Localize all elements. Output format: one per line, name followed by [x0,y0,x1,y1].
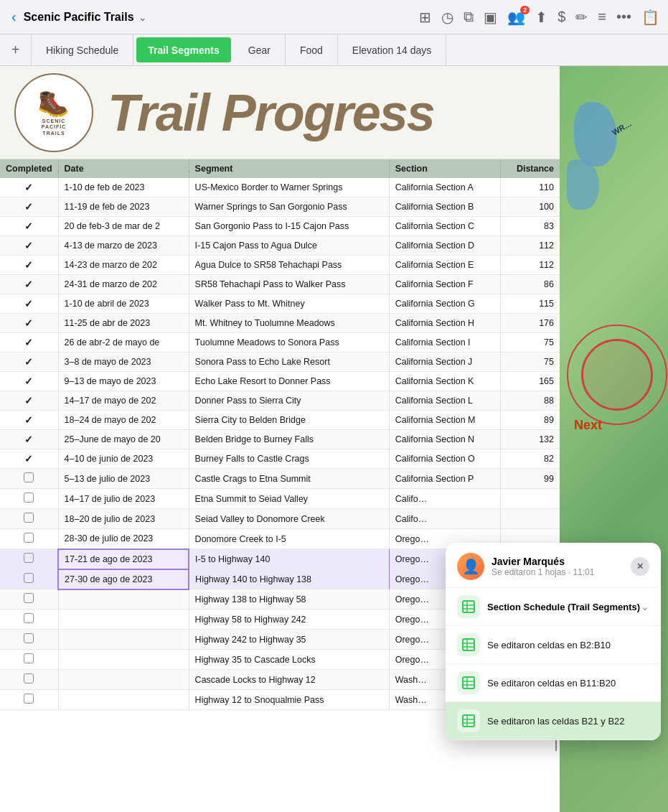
tab-hiking-schedule[interactable]: Hiking Schedule [32,34,133,65]
segment-cell: I-5 to Highway 140 [189,549,389,569]
completed-cell[interactable]: ✓ [0,236,58,256]
completed-cell[interactable]: ✓ [0,391,58,411]
table-row[interactable]: ✓18–24 de mayo de 202Sierra City to Beld… [0,411,560,430]
close-popup-button[interactable]: ✕ [631,557,649,576]
empty-checkbox[interactable] [24,573,34,583]
date-cell: 18–24 de mayo de 202 [58,411,189,430]
completed-cell[interactable] [0,529,58,549]
completed-cell[interactable] [0,489,58,509]
completed-cell[interactable] [0,630,58,650]
table-row[interactable]: ✓9–13 de mayo de 2023Echo Lake Resort to… [0,372,560,391]
edit-text-1: Se editaron celdas en B2:B10 [487,640,611,650]
photo-icon[interactable]: ▣ [484,9,497,26]
toolbar: ‹ Scenic Pacific Trails ⌄ ⊞ ◷ ⧉ ▣ 👥 ⬆ $ … [0,0,668,34]
table-row[interactable]: 18–20 de julio de 2023Seiad Valley to Do… [0,509,560,529]
tab-gear[interactable]: Gear [234,34,286,65]
comment-header: 👤 Javier Marqués Se editaron 1 hojas · 1… [446,543,661,588]
completed-cell[interactable]: ✓ [0,294,58,314]
table-row[interactable]: ✓14-23 de marzo de 202Agua Dulce to SR58… [0,256,560,275]
empty-checkbox[interactable] [24,493,34,503]
table-row[interactable]: ✓4–10 de junio de 2023Burney Falls to Ca… [0,449,560,469]
table-row[interactable]: ✓11-19 de feb de 2023Warner Springs to S… [0,197,560,217]
table-row[interactable]: ✓20 de feb-3 de mar de 2San Gorgonio Pas… [0,217,560,236]
empty-checkbox[interactable] [24,472,34,482]
back-button[interactable]: ‹ [9,6,19,28]
share-icon[interactable]: ⬆ [535,9,547,26]
segment-cell: Sonora Pass to Echo Lake Resort [189,353,389,372]
completed-cell[interactable]: ✓ [0,372,58,391]
title-chevron-icon[interactable]: ⌄ [138,11,147,23]
completed-cell[interactable] [0,589,58,610]
col-date: Date [58,159,189,178]
completed-cell[interactable] [0,670,58,690]
completed-cell[interactable] [0,650,58,670]
copy-icon[interactable]: ⧉ [464,9,474,25]
ellipsis-icon[interactable]: ••• [616,9,631,25]
popup-section-title[interactable]: Section Schedule (Trail Segments) ⌄ [446,588,661,626]
table-row[interactable]: ✓11-25 de abr de 2023Mt. Whitney to Tuol… [0,314,560,333]
empty-checkbox[interactable] [24,513,34,523]
lines-icon[interactable]: ≡ [598,9,606,25]
section-cell: California Section F [389,275,500,294]
tab-trail-segments[interactable]: Trail Segments [136,37,231,62]
completed-cell[interactable]: ✓ [0,256,58,275]
completed-cell[interactable]: ✓ [0,178,58,197]
segment-cell: Donomore Creek to I-5 [189,529,389,549]
checkmark-icon: ✓ [24,298,33,309]
completed-cell[interactable] [0,509,58,529]
segment-cell: Tuolumne Meadows to Sonora Pass [189,333,389,353]
table-row[interactable]: ✓1-10 de abril de 2023Walker Pass to Mt.… [0,294,560,314]
distance-cell: 99 [500,469,560,489]
app-title: Scenic Pacific Trails [24,11,134,24]
table-icon-section [457,595,480,618]
completed-cell[interactable]: ✓ [0,217,58,236]
table-row[interactable]: ✓25–June de mayo de 20Belden Bridge to B… [0,430,560,449]
section-cell: California Section L [389,391,500,411]
segment-cell: Seiad Valley to Donomore Creek [189,509,389,529]
completed-cell[interactable]: ✓ [0,197,58,217]
completed-cell[interactable]: ✓ [0,449,58,469]
table-row[interactable]: 14–17 de julio de 2023Etna Summit to Sei… [0,489,560,509]
table-icon-3-svg [462,714,475,727]
section-cell: California Section O [389,449,500,469]
completed-cell[interactable]: ✓ [0,353,58,372]
completed-cell[interactable]: ✓ [0,314,58,333]
table-row[interactable]: ✓4-13 de marzo de 2023I-15 Cajon Pass to… [0,236,560,256]
completed-cell[interactable] [0,690,58,710]
add-tab-button[interactable]: + [0,34,32,65]
grid-icon[interactable]: ⊞ [419,9,431,26]
empty-checkbox[interactable] [24,553,34,563]
empty-checkbox[interactable] [24,653,34,663]
empty-checkbox[interactable] [24,593,34,603]
clock-icon[interactable]: ◷ [441,9,453,26]
completed-cell[interactable] [0,610,58,630]
dollar-icon[interactable]: $ [558,9,565,25]
completed-cell[interactable]: ✓ [0,275,58,294]
empty-checkbox[interactable] [24,533,34,543]
pencil-icon[interactable]: ✏ [575,9,588,26]
hiker-icon: 🥾 [37,88,70,118]
table-row[interactable]: ✓24-31 de marzo de 202SR58 Tehachapi Pas… [0,275,560,294]
tab-food[interactable]: Food [286,34,338,65]
table-row[interactable]: ✓3–8 de mayo de 2023Sonora Pass to Echo … [0,353,560,372]
doc-icon[interactable]: 📋 [641,9,659,26]
completed-cell[interactable] [0,549,58,569]
completed-cell[interactable]: ✓ [0,333,58,353]
date-cell: 1-10 de feb de 2023 [58,178,189,197]
empty-checkbox[interactable] [24,694,34,704]
table-row[interactable]: ✓1-10 de feb de 2023US-Mexico Border to … [0,178,560,197]
empty-checkbox[interactable] [24,673,34,683]
completed-cell[interactable]: ✓ [0,411,58,430]
table-row[interactable]: 5–13 de julio de 2023Castle Crags to Etn… [0,469,560,489]
empty-checkbox[interactable] [24,633,34,643]
completed-cell[interactable]: ✓ [0,430,58,449]
table-row[interactable]: ✓14–17 de mayo de 202Donner Pass to Sier… [0,391,560,411]
completed-cell[interactable] [0,569,58,589]
distance-cell [500,509,560,529]
segment-cell: Highway 140 to Highway 138 [189,569,389,589]
completed-cell[interactable] [0,469,58,489]
collaboration-icon[interactable]: 👥 [507,9,525,26]
empty-checkbox[interactable] [24,613,34,623]
table-row[interactable]: ✓26 de abr-2 de mayo deTuolumne Meadows … [0,333,560,353]
tab-elevation[interactable]: Elevation 14 days [338,34,447,65]
